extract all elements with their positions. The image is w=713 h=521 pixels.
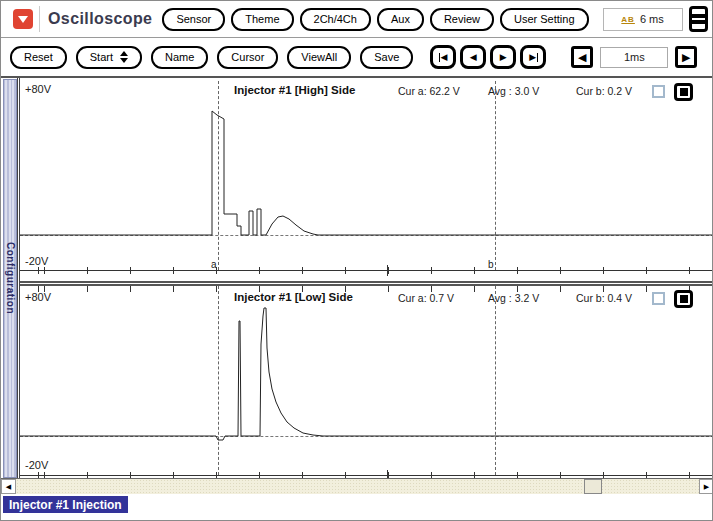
ab-cursor-icon: AB [621,15,635,24]
step-back-button[interactable]: ◀ [460,45,486,69]
channel-1-panel: +80V -20V Injector #1 [High] Side Cur a:… [20,79,713,281]
waveform-ch2 [20,308,713,440]
transport-controls: ◀ ◀ ▶ ▶ [430,45,546,69]
down-triangle-icon [18,16,28,23]
divider [39,6,40,32]
hamburger-menu-button[interactable] [689,6,708,32]
waveform-ch1 [20,111,713,235]
right-triangle-icon: ▶ [704,483,709,491]
spinner-down-icon [120,58,128,63]
spinner-up-icon [120,51,128,56]
chart-region: Configuration +80V -20V Injector #1 [Hig… [1,76,713,478]
viewall-button[interactable]: ViewAll [287,46,351,69]
header-bar: Oscilloscope Sensor Theme 2Ch/4Ch Aux Re… [1,1,712,38]
step-forward-icon: ▶ [500,52,507,62]
channel-mode-button[interactable]: 2Ch/4Ch [300,8,371,31]
ch2-mid-tick [387,470,388,478]
review-button[interactable]: Review [430,8,494,31]
start-button-label: Start [90,51,113,63]
cursor-delta-time-display: AB 6 ms [603,8,683,31]
scroll-left-button[interactable]: ◀ [1,479,16,494]
skip-last-icon: ▶ [529,52,536,62]
sensor-button[interactable]: Sensor [162,8,225,31]
oscilloscope-app: Oscilloscope Sensor Theme 2Ch/4Ch Aux Re… [0,0,713,521]
app-menu-button[interactable] [13,9,33,29]
timebase-control: ◀ 1ms ▶ [571,46,697,68]
configuration-tab[interactable]: Configuration [3,79,17,478]
reset-button[interactable]: Reset [10,46,67,69]
recording-title-badge: Injector #1 Injection [3,496,128,513]
ch2-waveform-plot [20,286,713,478]
skip-first-icon: ◀ [440,52,447,62]
step-back-icon: ◀ [470,52,477,62]
horizontal-scrollbar: ◀ ▶ [1,478,713,494]
scroll-right-button[interactable]: ▶ [699,479,713,494]
name-button[interactable]: Name [151,46,208,69]
start-button[interactable]: Start [76,46,142,69]
user-setting-button[interactable]: User Setting [500,8,589,31]
scrollbar-thumb[interactable] [584,479,602,494]
skip-last-button[interactable]: ▶ [520,45,546,69]
aux-button[interactable]: Aux [377,8,424,31]
left-triangle-icon: ◀ [6,483,11,491]
timebase-increase-button[interactable]: ▶ [675,46,697,68]
ch1-mid-tick [387,265,388,276]
menu-bar-icon [692,20,705,24]
charts-container: +80V -20V Injector #1 [High] Side Cur a:… [17,78,713,478]
ch1-x-axis-ticks [20,267,713,274]
right-triangle-icon: ▶ [682,51,690,64]
theme-button[interactable]: Theme [231,8,293,31]
app-title: Oscilloscope [48,10,152,28]
channel-2-panel: +80V -20V Injector #1 [Low] Side Cur a: … [20,286,713,478]
configuration-tab-label: Configuration [5,242,16,314]
save-button[interactable]: Save [360,46,413,69]
skip-first-button[interactable]: ◀ [430,45,456,69]
cursor-button[interactable]: Cursor [217,46,278,69]
timebase-value: 1ms [600,47,668,68]
ch1-waveform-plot [20,79,713,281]
toolbar: Reset Start Name Cursor ViewAll Save ◀ ◀… [1,39,712,75]
timebase-decrease-button[interactable]: ◀ [571,46,593,68]
scrollbar-track[interactable] [16,479,699,494]
cursor-delta-time-value: 6 ms [640,13,664,25]
left-triangle-icon: ◀ [578,51,586,64]
step-forward-button[interactable]: ▶ [490,45,516,69]
spinner-icon [120,51,128,63]
menu-bar-icon [692,14,705,18]
